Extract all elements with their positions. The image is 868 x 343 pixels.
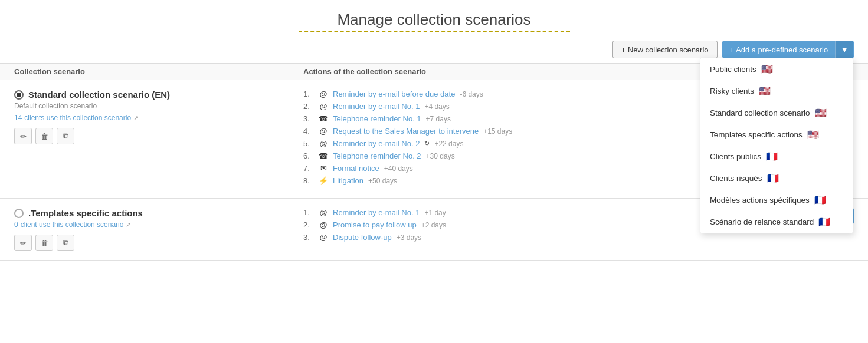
action-link[interactable]: Reminder by e-mail No. 2 xyxy=(333,139,420,148)
action-days: -6 days xyxy=(460,90,483,98)
action-number: 2. xyxy=(303,220,314,229)
flag-icon: 🇫🇷 xyxy=(818,216,830,227)
flag-icon: 🇫🇷 xyxy=(814,194,826,206)
header-underline xyxy=(299,31,570,32)
dropdown-menu-item[interactable]: Scénario de relance standard🇫🇷 xyxy=(700,211,853,233)
action-link[interactable]: Telephone reminder No. 1 xyxy=(333,114,421,123)
delete-button[interactable]: 🗑 xyxy=(35,128,53,144)
flag-icon: 🇺🇸 xyxy=(807,129,819,140)
action-link[interactable]: Telephone reminder No. 2 xyxy=(333,151,421,160)
scenario-title-row: .Templates specific actions xyxy=(14,208,291,218)
action-days: +2 days xyxy=(421,221,446,229)
flag-icon: 🇺🇸 xyxy=(761,64,773,75)
clients-count-link[interactable]: 14 xyxy=(14,114,22,122)
scenario-action-buttons: ✏🗑⧉ xyxy=(14,235,291,251)
action-type-icon: @ xyxy=(319,208,328,217)
scenario-info: .Templates specific actions0 client use … xyxy=(14,208,303,251)
action-number: 6. xyxy=(303,151,314,160)
edit-button[interactable]: ✏ xyxy=(14,235,32,251)
action-type-icon: ☎ xyxy=(319,114,328,123)
action-number: 7. xyxy=(303,164,314,173)
add-predefined-dropdown-arrow[interactable]: ▼ xyxy=(835,41,853,58)
action-link[interactable]: Reminder by e-mail No. 1 xyxy=(333,102,420,111)
flag-icon: 🇺🇸 xyxy=(759,85,771,97)
trash-icon: 🗑 xyxy=(41,132,48,141)
copy-button[interactable]: ⧉ xyxy=(57,128,74,144)
action-number: 3. xyxy=(303,233,314,242)
default-label: Default collection scenario xyxy=(14,102,291,110)
new-scenario-button[interactable]: + New collection scenario xyxy=(612,41,718,58)
action-type-icon: ☎ xyxy=(319,151,328,160)
page-title: Manage collection scenarios xyxy=(0,11,868,29)
action-link[interactable]: Promise to pay follow up xyxy=(333,220,417,229)
flag-icon: 🇫🇷 xyxy=(767,173,779,184)
action-days: +30 days xyxy=(426,152,455,160)
action-number: 2. xyxy=(303,102,314,111)
scenario-title: .Templates specific actions xyxy=(28,208,143,218)
menu-item-label: Public clients xyxy=(710,65,756,74)
dropdown-menu-item[interactable]: Clients publics🇫🇷 xyxy=(700,146,853,167)
action-days: +15 days xyxy=(483,127,512,136)
action-item: 3.@Dispute follow-up +3 days xyxy=(303,233,784,242)
external-link-icon[interactable]: ↗ xyxy=(133,114,139,122)
action-number: 1. xyxy=(303,208,314,217)
scenario-info: Standard collection scenario (EN)Default… xyxy=(14,90,303,144)
copy-button[interactable]: ⧉ xyxy=(57,235,74,251)
menu-item-label: Templates specific actions xyxy=(710,130,803,139)
add-predefined-split-button: + Add a pre-defined scenario ▼ Public cl… xyxy=(722,41,854,58)
menu-item-label: Risky clients xyxy=(710,87,754,95)
action-type-icon: @ xyxy=(319,233,328,242)
action-link[interactable]: Litigation xyxy=(333,176,363,185)
add-predefined-button[interactable]: + Add a pre-defined scenario xyxy=(723,41,836,58)
predefined-dropdown-menu: Public clients🇺🇸Risky clients🇺🇸Standard … xyxy=(700,58,853,233)
trash-icon: 🗑 xyxy=(41,239,48,248)
copy-icon: ⧉ xyxy=(63,238,68,248)
pencil-icon: ✏ xyxy=(20,132,27,141)
dropdown-menu-item[interactable]: Clients risqués🇫🇷 xyxy=(700,167,853,189)
action-link[interactable]: Dispute follow-up xyxy=(333,233,392,242)
action-type-icon: @ xyxy=(319,139,328,148)
action-type-icon: @ xyxy=(319,220,328,229)
scenario-radio[interactable] xyxy=(14,209,24,218)
action-days: +7 days xyxy=(426,115,451,123)
action-number: 4. xyxy=(303,127,314,136)
page-header: Manage collection scenarios xyxy=(0,0,868,35)
action-link[interactable]: Request to the Sales Manager to interven… xyxy=(333,127,479,136)
clients-link: 14 clients use this collection scenario … xyxy=(14,114,291,122)
copy-icon: ⧉ xyxy=(63,131,68,141)
toolbar: + New collection scenario + Add a pre-de… xyxy=(0,35,868,63)
menu-item-label: Scénario de relance standard xyxy=(710,217,814,226)
clients-text: client use this collection scenario xyxy=(21,220,124,229)
action-type-icon: ✉ xyxy=(319,164,328,173)
scenario-radio[interactable] xyxy=(14,90,24,100)
edit-button[interactable]: ✏ xyxy=(14,128,32,144)
flag-icon: 🇺🇸 xyxy=(815,107,827,118)
col-scenario-header: Collection scenario xyxy=(14,67,303,76)
menu-item-label: Clients risqués xyxy=(710,174,762,183)
action-extra-icon: ↻ xyxy=(424,140,430,147)
action-days: +40 days xyxy=(384,164,413,173)
delete-button[interactable]: 🗑 xyxy=(35,235,53,251)
action-days: +4 days xyxy=(424,103,449,111)
action-type-icon: @ xyxy=(319,102,328,111)
external-link-icon[interactable]: ↗ xyxy=(126,221,131,229)
dropdown-menu-item[interactable]: Standard collection scenario🇺🇸 xyxy=(700,102,853,124)
clients-link: 0 client use this collection scenario ↗ xyxy=(14,220,291,229)
dropdown-menu-item[interactable]: Risky clients🇺🇸 xyxy=(700,80,853,102)
action-link[interactable]: Reminder by e-mail No. 1 xyxy=(333,208,420,217)
clients-text: clients use this collection scenario xyxy=(24,114,131,122)
action-days: +1 day xyxy=(424,209,446,217)
action-days: +22 days xyxy=(434,140,463,148)
action-number: 1. xyxy=(303,90,314,98)
action-link[interactable]: Reminder by e-mail before due date xyxy=(333,90,455,98)
scenario-title-row: Standard collection scenario (EN) xyxy=(14,90,291,100)
action-number: 3. xyxy=(303,114,314,123)
dropdown-menu-item[interactable]: Modèles actions spécifiques🇫🇷 xyxy=(700,189,853,211)
flag-icon: 🇫🇷 xyxy=(766,151,778,162)
menu-item-label: Modèles actions spécifiques xyxy=(710,196,810,205)
action-number: 5. xyxy=(303,139,314,148)
clients-count-link[interactable]: 0 xyxy=(14,220,18,229)
action-link[interactable]: Formal notice xyxy=(333,164,379,173)
dropdown-menu-item[interactable]: Public clients🇺🇸 xyxy=(700,58,853,80)
dropdown-menu-item[interactable]: Templates specific actions🇺🇸 xyxy=(700,124,853,146)
